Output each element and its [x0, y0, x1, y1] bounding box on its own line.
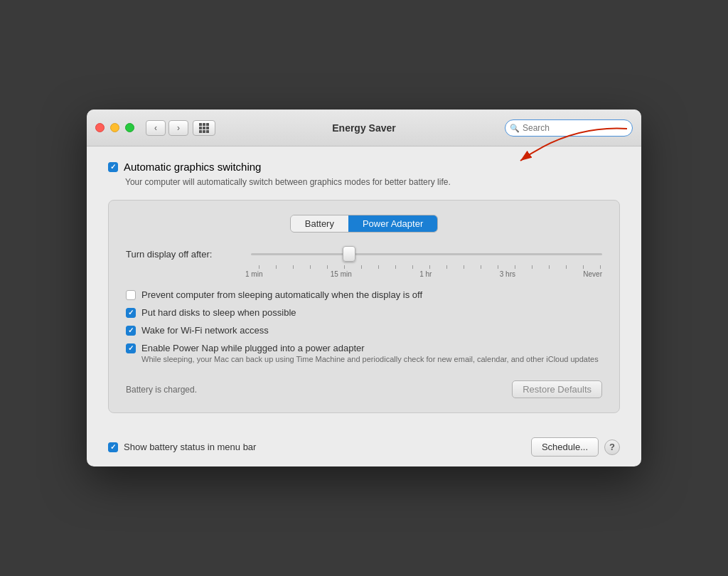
bottom-bar: ✓ Show battery status in menu bar Schedu… — [87, 427, 641, 466]
prevent-sleep-checkbox[interactable] — [126, 290, 136, 300]
slider-thumb[interactable] — [343, 246, 355, 262]
search-icon: 🔍 — [510, 123, 520, 132]
main-content: ✓ Automatic graphics switching Your comp… — [87, 146, 641, 427]
forward-button[interactable]: › — [168, 120, 188, 136]
titlebar: ‹ › Energy Saver 🔍 — [87, 110, 641, 146]
grid-view-button[interactable] — [193, 120, 215, 136]
checkmark-icon: ✓ — [128, 327, 134, 334]
hard-disks-checkbox[interactable]: ✓ — [126, 308, 136, 318]
slider-track — [251, 253, 602, 255]
checkmark-icon: ✓ — [128, 345, 134, 352]
slider-label-never: Never — [583, 270, 602, 278]
slider-label-3hrs: 3 hrs — [500, 270, 515, 278]
power-nap-text-wrap: Enable Power Nap while plugged into a po… — [141, 343, 599, 363]
tab-battery[interactable]: Battery — [291, 215, 348, 232]
slider-label: Turn display off after: — [126, 249, 240, 260]
tab-group: Battery Power Adapter — [290, 215, 438, 233]
search-input[interactable] — [505, 119, 633, 137]
battery-status: Battery is charged. — [126, 385, 197, 395]
checkbox-row-wifi: ✓ Wake for Wi-Fi network access — [126, 325, 602, 336]
checkmark-icon: ✓ — [110, 444, 116, 451]
power-nap-subtext: While sleeping, your Mac can back up usi… — [141, 355, 599, 363]
auto-graphics-label: Automatic graphics switching — [124, 161, 261, 173]
grid-icon — [199, 123, 209, 133]
traffic-lights — [95, 123, 134, 132]
auto-graphics-desc: Your computer will automatically switch … — [125, 177, 620, 187]
window-title: Energy Saver — [332, 122, 396, 134]
checkbox-row-power-nap: ✓ Enable Power Nap while plugged into a … — [126, 343, 602, 363]
slider-label-15min: 15 min — [331, 270, 352, 278]
bottom-right-actions: Schedule... ? — [531, 437, 620, 457]
checkmark-icon: ✓ — [110, 164, 116, 171]
maximize-button[interactable] — [125, 123, 134, 132]
tab-power-adapter[interactable]: Power Adapter — [348, 215, 437, 232]
prevent-sleep-label: Prevent computer from sleeping automatic… — [141, 289, 422, 300]
settings-panel: Battery Power Adapter Turn display off a… — [108, 200, 620, 413]
slider-container[interactable] — [251, 247, 602, 261]
close-button[interactable] — [95, 123, 105, 132]
hard-disks-label: Put hard disks to sleep when possible — [141, 307, 296, 318]
checkmark-icon: ✓ — [128, 309, 134, 316]
panel-footer: Battery is charged. Restore Defaults — [126, 380, 602, 398]
slider-label-1hr: 1 hr — [419, 270, 432, 278]
tab-bar: Battery Power Adapter — [126, 215, 602, 233]
restore-defaults-button[interactable]: Restore Defaults — [512, 380, 602, 398]
slider-row: Turn display off after: — [126, 247, 602, 261]
wifi-label: Wake for Wi-Fi network access — [141, 325, 269, 336]
checkbox-row-prevent-sleep: Prevent computer from sleeping automatic… — [126, 289, 602, 300]
auto-graphics-checkbox[interactable]: ✓ — [108, 162, 118, 172]
hard-disks-text-wrap: Put hard disks to sleep when possible — [141, 307, 296, 318]
power-nap-checkbox[interactable]: ✓ — [126, 343, 136, 353]
slider-labels: 1 min 15 min 1 hr 3 hrs Never — [126, 270, 602, 278]
slider-label-1min: 1 min — [245, 270, 262, 278]
minimize-button[interactable] — [110, 123, 119, 132]
schedule-button[interactable]: Schedule... — [531, 437, 599, 457]
search-box: 🔍 — [505, 119, 633, 137]
auto-graphics-row: ✓ Automatic graphics switching — [108, 161, 620, 173]
help-button[interactable]: ? — [604, 439, 620, 455]
checkbox-row-hard-disks: ✓ Put hard disks to sleep when possible — [126, 307, 602, 318]
wifi-checkbox[interactable]: ✓ — [126, 326, 136, 336]
nav-buttons: ‹ › — [146, 120, 188, 136]
prevent-sleep-text-wrap: Prevent computer from sleeping automatic… — [141, 289, 422, 300]
tick-marks-row — [126, 265, 602, 269]
show-battery-checkbox[interactable]: ✓ — [108, 442, 118, 452]
back-button[interactable]: ‹ — [146, 120, 166, 136]
app-window: ‹ › Energy Saver 🔍 ✓ Automatic graphics … — [87, 110, 641, 466]
show-battery-row: ✓ Show battery status in menu bar — [108, 442, 524, 452]
checkboxes-list: Prevent computer from sleeping automatic… — [126, 289, 602, 363]
power-nap-label: Enable Power Nap while plugged into a po… — [141, 343, 599, 353]
wifi-text-wrap: Wake for Wi-Fi network access — [141, 325, 269, 336]
show-battery-label: Show battery status in menu bar — [124, 442, 256, 452]
